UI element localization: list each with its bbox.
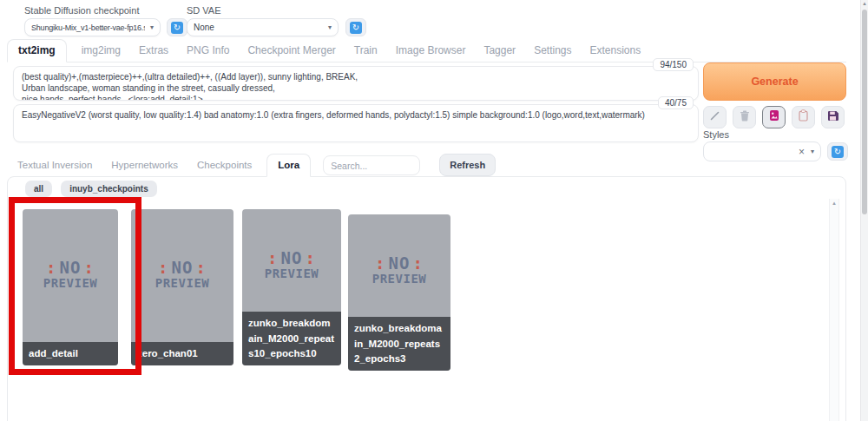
search-input[interactable]: [323, 155, 420, 175]
prompt-token-counter: 94/150: [653, 58, 694, 71]
tab-checkpoint-merger[interactable]: Checkpoint Merger: [244, 44, 339, 62]
lora-card-zunko-repeats2[interactable]: NO PREVIEW zunko_breakdomain_M2000_repea…: [348, 214, 450, 371]
styles-dropdown[interactable]: × ▾: [703, 141, 821, 161]
no-preview-placeholder: NO PREVIEW: [348, 255, 450, 286]
checkpoint-refresh-button[interactable]: ↻: [167, 18, 187, 36]
filter-all[interactable]: all: [25, 181, 52, 197]
apply-styles-button[interactable]: [792, 106, 815, 128]
no-preview-placeholder: NO PREVIEW: [131, 260, 233, 290]
tab-hypernetworks[interactable]: Hypernetworks: [107, 160, 182, 176]
refresh-icon: ↻: [350, 22, 362, 34]
lora-card-add-detail[interactable]: NO PREVIEW add_detail: [23, 209, 118, 365]
negative-prompt-input[interactable]: EasyNegativeV2 (worst quality, low quali…: [13, 104, 699, 142]
cards-scrollbar[interactable]: ▴: [829, 199, 839, 421]
lora-cards-panel: all inuyb_checkpoints NO PREVIEW add_det…: [7, 176, 846, 421]
tab-image-browser[interactable]: Image Browser: [392, 44, 470, 62]
tab-png-info[interactable]: PNG Info: [183, 44, 233, 62]
extra-networks-button[interactable]: [762, 106, 786, 128]
generate-button[interactable]: Generate: [703, 62, 846, 101]
no-preview-placeholder: NO PREVIEW: [242, 250, 341, 280]
prompt-tools: [703, 106, 845, 128]
clipboard-icon: [799, 109, 808, 125]
chevron-down-icon: ▾: [150, 23, 154, 31]
tab-extensions[interactable]: Extensions: [586, 44, 644, 62]
scroll-up-icon[interactable]: ▴: [861, 0, 868, 7]
tab-lora[interactable]: Lora: [266, 154, 311, 177]
lora-card-zero-chan01[interactable]: NO PREVIEW zero_chan01: [131, 209, 233, 365]
tab-extras[interactable]: Extras: [135, 44, 172, 62]
tab-img2img[interactable]: img2img: [78, 44, 124, 62]
prompt-input[interactable]: (best quality)+,(masterpiece)++,(ultra d…: [13, 66, 699, 101]
styles-refresh-button[interactable]: ↻: [827, 142, 848, 161]
page-scrollbar[interactable]: ▴: [860, 0, 868, 421]
tab-textual-inversion[interactable]: Textual Inversion: [13, 160, 96, 176]
checkpoint-dropdown[interactable]: Shungiku-Mix_v1-better-vae-fp16.safetens…: [24, 18, 161, 36]
vae-label: SD VAE: [187, 5, 221, 16]
floppy-disk-icon: [827, 109, 838, 125]
card-title: add_detail: [23, 342, 118, 365]
clear-icon[interactable]: ×: [799, 146, 805, 158]
card-icon: [769, 109, 779, 125]
vae-value: None: [194, 23, 323, 32]
trash-icon: [740, 109, 750, 125]
paste-params-button[interactable]: [703, 106, 727, 128]
lora-card-zunko-repeats10[interactable]: NO PREVIEW zunko_breakdomain_M2000_repea…: [242, 209, 341, 365]
checkpoint-value: Shungiku-Mix_v1-better-vae-fp16.safetens…: [31, 23, 145, 32]
slash-arrow-icon: [709, 109, 720, 125]
refresh-icon: ↻: [171, 22, 183, 34]
negative-prompt-token-counter: 40/75: [658, 96, 694, 109]
chevron-down-icon: ▾: [328, 23, 332, 31]
tab-tagger[interactable]: Tagger: [480, 44, 519, 62]
main-tab-bar: txt2img img2img Extras PNG Info Checkpoi…: [7, 42, 846, 62]
save-style-button[interactable]: [821, 106, 845, 128]
filter-inuyb-checkpoints[interactable]: inuyb_checkpoints: [61, 181, 157, 197]
refresh-button[interactable]: Refresh: [439, 154, 496, 176]
tab-checkpoints[interactable]: Checkpoints: [193, 160, 256, 176]
styles-label: Styles: [703, 129, 729, 140]
chevron-down-icon: ▾: [811, 148, 814, 155]
negative-prompt-container: 40/75 EasyNegativeV2 (worst quality, low…: [13, 104, 699, 142]
tab-settings[interactable]: Settings: [530, 44, 575, 62]
folder-filters: all inuyb_checkpoints: [25, 181, 157, 197]
clear-prompt-button[interactable]: [733, 106, 756, 128]
extra-networks-tab-bar: Textual Inversion Hypernetworks Checkpoi…: [13, 154, 496, 176]
vae-refresh-button[interactable]: ↻: [345, 18, 366, 36]
tab-txt2img[interactable]: txt2img: [7, 39, 67, 62]
card-title: zunko_breakdomain_M2000_repeats2_epochs3: [348, 317, 450, 371]
tab-train[interactable]: Train: [351, 44, 381, 62]
checkpoint-label: Stable Diffusion checkpoint: [24, 5, 140, 16]
stable-diffusion-webui: Stable Diffusion checkpoint Shungiku-Mix…: [0, 0, 868, 421]
no-preview-placeholder: NO PREVIEW: [23, 260, 118, 290]
card-title: zero_chan01: [131, 342, 233, 365]
refresh-icon: ↻: [832, 146, 844, 158]
scroll-up-icon[interactable]: ▴: [830, 200, 838, 207]
vae-dropdown[interactable]: None ▾: [187, 18, 339, 36]
page-scrollbar-thumb[interactable]: [862, 10, 867, 214]
card-title: zunko_breakdomain_M2000_repeats10_epochs…: [242, 312, 341, 365]
prompt-container: 94/150 (best quality)+,(masterpiece)++,(…: [13, 66, 699, 101]
